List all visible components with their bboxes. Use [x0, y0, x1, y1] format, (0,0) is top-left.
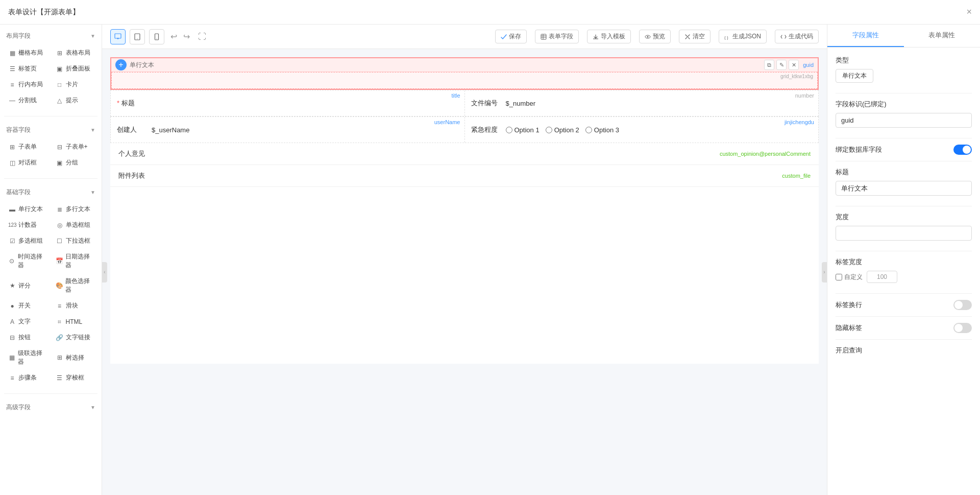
sidebar-item-rating[interactable]: ★ 评分 [4, 274, 51, 297]
sidebar-item-button[interactable]: ⊟ 按钮 [4, 330, 51, 345]
save-button[interactable]: 保存 [495, 30, 527, 43]
layout-section-header[interactable]: 布局字段 ▼ [0, 29, 102, 43]
preview-button[interactable]: 预览 [639, 30, 671, 43]
title-prop-input[interactable] [836, 181, 972, 196]
sidebar-item-color-picker[interactable]: 🎨 颜色选择器 [52, 274, 98, 297]
sidebar-item-sub-form-plus[interactable]: ⊟ 子表单+ [52, 139, 98, 154]
sidebar-item-text[interactable]: A 文字 [4, 314, 51, 329]
import-button[interactable]: 导入模板 [587, 30, 631, 43]
sidebar-item-grid-layout[interactable]: ▦ 栅格布局 [4, 45, 51, 60]
basic-section-header[interactable]: 基础字段 ▼ [0, 185, 102, 200]
sidebar-item-divider[interactable]: — 分割线 [4, 93, 51, 108]
attachment-label: 附件列表 [118, 171, 145, 180]
tab-form-properties[interactable]: 表单属性 [904, 25, 981, 47]
sidebar-item-dialog[interactable]: ◫ 对话框 [4, 155, 51, 170]
sidebar-item-transfer[interactable]: ☰ 穿梭框 [52, 370, 98, 385]
container-section-header[interactable]: 容器字段 ▼ [0, 123, 102, 137]
container-section: 容器字段 ▼ ⊞ 子表单 ⊟ 子表单+ ◫ 对话框 [0, 119, 102, 176]
sidebar-item-label: 计数器 [18, 221, 37, 229]
edit-field-button[interactable]: ✎ [776, 60, 787, 70]
sidebar-item-tree-select[interactable]: ⊞ 树选择 [52, 346, 98, 369]
undo-button[interactable]: ↩ [168, 30, 179, 43]
view-tablet-button[interactable] [130, 29, 145, 44]
sidebar-item-steps[interactable]: ≡ 步骤条 [4, 370, 51, 385]
width-label: 宽度 [836, 213, 972, 222]
sidebar-item-tabs[interactable]: ☰ 标签页 [4, 61, 51, 76]
generate-json-button[interactable]: { } 生成JSON [719, 30, 767, 43]
sidebar-item-single-text[interactable]: ▬ 单行文本 [4, 202, 51, 217]
canvas-wrapper: + 单行文本 ⧉ ✎ ✕ guid [102, 49, 827, 495]
tab-field-properties[interactable]: 字段属性 [827, 25, 904, 47]
sidebar-item-text-link[interactable]: 🔗 文字链接 [52, 330, 98, 345]
app-container: 表单设计【开源表单】 × 布局字段 ▼ ▦ 栅格布局 ⊞ 表格布局 [0, 0, 980, 495]
sidebar-item-label: 分组 [66, 158, 78, 167]
label-width-custom-text: 自定义 [844, 273, 863, 281]
sidebar-item-counter[interactable]: 123 计数器 [4, 218, 51, 232]
clear-button[interactable]: 清空 [679, 30, 710, 43]
sidebar-item-time-picker[interactable]: ⊙ 时间选择器 [4, 249, 51, 273]
sidebar-item-collapse[interactable]: ▣ 折叠面板 [52, 61, 98, 76]
cascader-icon: ▦ [8, 354, 16, 361]
creator-input[interactable] [152, 126, 458, 134]
divider-4 [836, 206, 972, 206]
title-input[interactable] [152, 100, 458, 107]
add-row-button[interactable]: + [115, 59, 127, 70]
toolbar-center: 保存 表单字段 导入模板 预览 [495, 30, 819, 43]
table-fields-button[interactable]: 表单字段 [535, 30, 579, 43]
basic-section-arrow: ▼ [90, 190, 95, 195]
delete-field-button[interactable]: ✕ [789, 60, 799, 70]
expand-button[interactable]: ⛶ [196, 30, 208, 43]
canvas-area: ↩ ↪ ⛶ 保存 表单字段 导入模板 [102, 25, 827, 495]
basic-section: 基础字段 ▼ ▬ 单行文本 ≣ 多行文本 123 计数器 [0, 181, 102, 391]
redo-button[interactable]: ↪ [181, 30, 192, 43]
sidebar-item-slider[interactable]: ≡ 滑块 [52, 298, 98, 313]
field-id-input[interactable] [836, 113, 972, 128]
copy-field-button[interactable]: ⧉ [764, 60, 774, 70]
sidebar-item-label: 时间选择器 [18, 252, 46, 270]
collapse-right-handle[interactable]: › [822, 262, 827, 282]
file-number-input[interactable] [506, 100, 813, 107]
sidebar-item-label: 多行文本 [66, 205, 90, 214]
sidebar-item-card[interactable]: □ 卡片 [52, 77, 98, 92]
sidebar-item-table-layout[interactable]: ⊞ 表格布局 [52, 45, 98, 60]
sidebar-item-switch[interactable]: ● 开关 [4, 298, 51, 313]
sidebar-item-multi-text[interactable]: ≣ 多行文本 [52, 202, 98, 217]
sidebar-item-label: 评分 [18, 281, 31, 290]
sidebar-item-html[interactable]: ⌗ HTML [52, 314, 98, 329]
canvas-scroll[interactable]: + 单行文本 ⧉ ✎ ✕ guid [102, 49, 827, 495]
collapse-left-handle[interactable]: ‹ [102, 262, 107, 282]
urgency-option-3[interactable]: Option 3 [585, 126, 619, 134]
generate-code-button[interactable]: 生成代码 [775, 30, 819, 43]
personal-opinion-section: 个人意见 custom_opinion@personalComment [110, 143, 819, 165]
sidebar-item-label: 子表单+ [66, 143, 88, 151]
advanced-section-header[interactable]: 高级字段 ▼ [0, 400, 102, 415]
sidebar-item-group[interactable]: ▣ 分组 [52, 155, 98, 170]
label-width-custom-checkbox[interactable]: 自定义 [836, 273, 863, 281]
sidebar-item-radio-group[interactable]: ◎ 单选框组 [52, 218, 98, 232]
hide-label-toggle[interactable] [953, 323, 972, 333]
svg-rect-0 [115, 34, 121, 38]
close-button[interactable]: × [966, 7, 972, 17]
guid-input[interactable] [118, 77, 811, 84]
label-width-input[interactable] [867, 271, 897, 283]
type-label: 类型 [836, 56, 972, 65]
sidebar-item-sub-form[interactable]: ⊞ 子表单 [4, 139, 51, 154]
sidebar-item-hint[interactable]: △ 提示 [52, 93, 98, 108]
color-picker-icon: 🎨 [56, 282, 63, 289]
width-input[interactable] [836, 226, 972, 241]
sidebar-item-label: 文字 [18, 317, 31, 326]
sidebar-item-checkbox-group[interactable]: ☑ 多选框组 [4, 233, 51, 248]
view-mobile-button[interactable] [149, 29, 164, 44]
sidebar-item-date-picker[interactable]: 📅 日期选择器 [52, 249, 98, 273]
sidebar-item-cascader[interactable]: ▦ 级联选择器 [4, 346, 51, 369]
urgency-option-1[interactable]: Option 1 [506, 126, 540, 134]
urgency-option-2[interactable]: Option 2 [546, 126, 579, 134]
label-newline-toggle[interactable] [953, 300, 972, 310]
bind-db-toggle[interactable] [953, 145, 972, 155]
app-title: 表单设计【开源表单】 [8, 8, 80, 17]
attachment-section: 附件列表 custom_file [110, 165, 819, 187]
sidebar-item-inline[interactable]: ≡ 行内布局 [4, 77, 51, 92]
sidebar-item-select[interactable]: ☐ 下拉选框 [52, 233, 98, 248]
view-desktop-button[interactable] [110, 29, 126, 44]
guid-tag: guid [803, 62, 814, 68]
